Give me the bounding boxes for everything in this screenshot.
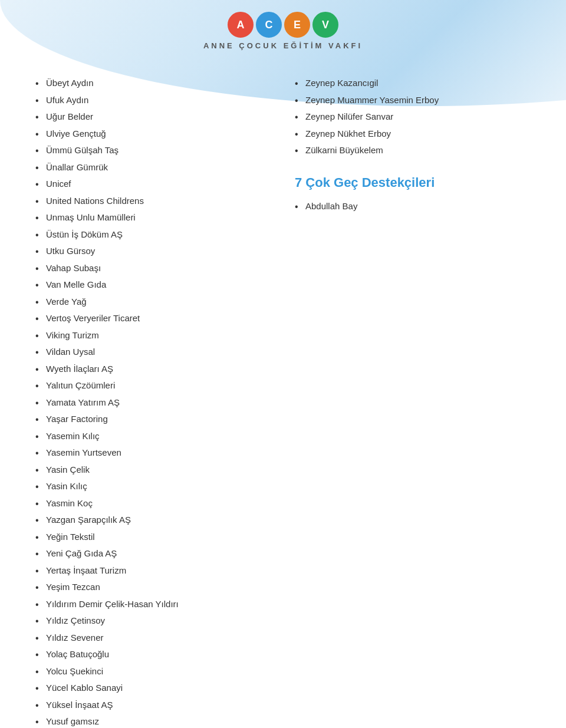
- logo-circles: A C E V: [228, 12, 338, 38]
- section-heading: 7 Çok Geç Destekçileri: [295, 175, 531, 190]
- list-item: Ünallar Gümrük: [35, 161, 271, 174]
- list-item: Ufuk Aydın: [35, 94, 271, 107]
- list-item: Yeşim Tezcan: [35, 581, 271, 594]
- list-item: Yücel Kablo Sanayi: [35, 681, 271, 695]
- list-item: Unicef: [35, 177, 271, 191]
- list-item: Yertaş İnşaat Turizm: [35, 564, 271, 578]
- left-item-list: Übeyt AydınUfuk AydınUğur BelderUlviye G…: [35, 77, 271, 728]
- list-item: Vertoş Veryeriler Ticaret: [35, 312, 271, 325]
- list-item: Yıldız Çetinsoy: [35, 614, 271, 628]
- list-item: Yolaç Batuçoğlu: [35, 648, 271, 661]
- list-item: Yasin Çelik: [35, 463, 271, 477]
- columns-container: Übeyt AydınUfuk AydınUğur BelderUlviye G…: [35, 77, 531, 728]
- logo-letter-a: A: [228, 12, 254, 38]
- list-item: Vahap Subaşı: [35, 262, 271, 275]
- list-item: Yıldız Sevener: [35, 631, 271, 645]
- list-item: Yasmin Koç: [35, 497, 271, 510]
- list-item: Yamata Yatırım AŞ: [35, 396, 271, 410]
- list-item: Zeynep Nükhet Erboy: [295, 127, 531, 141]
- logo-subtitle: ANNE ÇOCUK EĞİTİM VAKFI: [203, 41, 363, 50]
- list-item: Yazgan Şarapçılık AŞ: [35, 513, 271, 527]
- list-item: Zeynep Muammer Yasemin Erboy: [295, 94, 531, 107]
- list-item: Yıldırım Demir Çelik-Hasan Yıldırı: [35, 598, 271, 611]
- list-item: Verde Yağ: [35, 295, 271, 309]
- list-item: Uğur Belder: [35, 110, 271, 124]
- list-item: Yeni Çağ Gıda AŞ: [35, 547, 271, 561]
- list-item: Yasemin Yurtseven: [35, 446, 271, 460]
- list-item: Vildan Uysal: [35, 345, 271, 359]
- main-content: Übeyt AydınUfuk AydınUğur BelderUlviye G…: [0, 59, 566, 728]
- list-item: Yüksel İnşaat AŞ: [35, 699, 271, 712]
- list-item: Zeynep Kazancıgil: [295, 77, 531, 90]
- right-item-list: Zeynep KazancıgilZeynep Muammer Yasemin …: [295, 77, 531, 157]
- list-item: Yusuf gamsız: [35, 715, 271, 728]
- logo-container: A C E V ANNE ÇOCUK EĞİTİM VAKFI: [203, 12, 363, 50]
- right-column: Zeynep KazancıgilZeynep Muammer Yasemin …: [295, 77, 531, 728]
- list-item: United Nations Childrens: [35, 195, 271, 208]
- list-item: Üstün İş Döküm AŞ: [35, 228, 271, 242]
- list-item: Yaşar Factoring: [35, 413, 271, 426]
- logo-letter-e: E: [284, 12, 310, 38]
- list-item: Zeynep Nilüfer Sanvar: [295, 110, 531, 124]
- section-item-list: Abdullah Bay: [295, 200, 531, 213]
- list-item: Yeğin Tekstil: [35, 531, 271, 544]
- list-item: Ümmü Gülşah Taş: [35, 144, 271, 157]
- list-item: Ulviye Gençtuğ: [35, 127, 271, 141]
- list-item: Yolcu Şuekinci: [35, 665, 271, 678]
- list-item: Unmaş Unlu Mamülleri: [35, 211, 271, 225]
- list-item: Zülkarni Büyükelem: [295, 144, 531, 157]
- list-item: Wyeth İlaçları AŞ: [35, 363, 271, 376]
- list-item: Yasemin Kılıç: [35, 430, 271, 443]
- list-item: Yalıtun Çzöümleri: [35, 379, 271, 393]
- list-item: Yasin Kılıç: [35, 480, 271, 493]
- list-item: Van Melle Gıda: [35, 278, 271, 292]
- list-item: Utku Gürsoy: [35, 245, 271, 258]
- page-header: A C E V ANNE ÇOCUK EĞİTİM VAKFI: [0, 0, 566, 59]
- logo-letter-c: C: [256, 12, 282, 38]
- left-column: Übeyt AydınUfuk AydınUğur BelderUlviye G…: [35, 77, 271, 728]
- list-item: Abdullah Bay: [295, 200, 531, 213]
- list-item: Viking Turizm: [35, 329, 271, 342]
- logo-letter-v: V: [312, 12, 338, 38]
- list-item: Übeyt Aydın: [35, 77, 271, 90]
